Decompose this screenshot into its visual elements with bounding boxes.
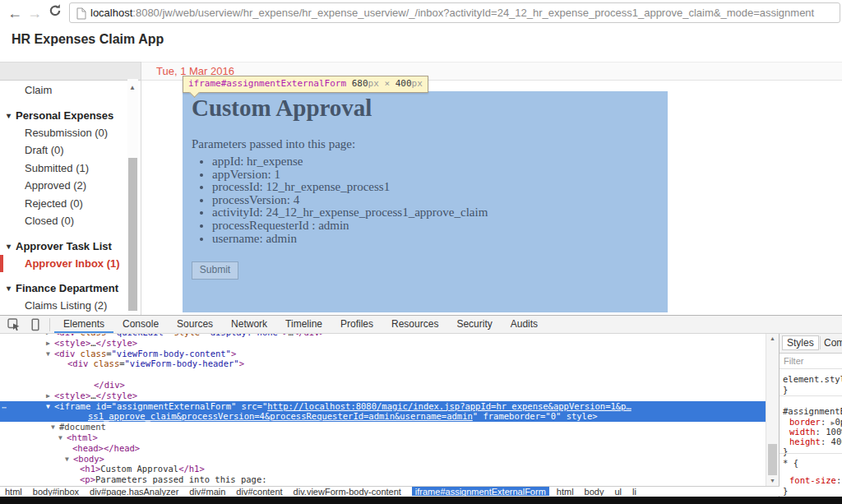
sidebar-item-rejected-0[interactable]: Rejected (0) bbox=[0, 195, 127, 213]
scroll-up-icon[interactable]: ▲ bbox=[770, 335, 775, 341]
css-rule-line[interactable]: } bbox=[783, 385, 788, 395]
dom-tree-node[interactable]: <h1>Custom Approval</h1> bbox=[0, 464, 766, 474]
node-overflow-menu-icon[interactable]: ⋯ bbox=[2, 403, 7, 412]
dom-tree-node[interactable]: <p>Parameters passed into this page: bbox=[0, 474, 766, 485]
reload-button[interactable] bbox=[45, 2, 65, 22]
sidebar-section-finance-department[interactable]: ▾Finance Department bbox=[0, 280, 127, 297]
dom-tree-node[interactable]: <div class="viewForm-body-header"> bbox=[0, 358, 766, 369]
breadcrumb-iframe-assignmentexternalform[interactable]: iframe#assignmentExternalForm bbox=[412, 487, 549, 497]
css-segment: : bbox=[821, 437, 831, 446]
url-bar[interactable]: localhost:8080/jw/web/userview/hr_expens… bbox=[69, 2, 840, 23]
breadcrumb-body-inbox[interactable]: body#inbox bbox=[33, 487, 79, 497]
dom-tree-node[interactable]: ▼#document bbox=[0, 422, 766, 432]
scroll-up-icon[interactable]: ▲ bbox=[129, 84, 136, 91]
devtools-tab-console[interactable]: Console bbox=[113, 316, 168, 333]
expand-arrow-icon: ▶ bbox=[46, 339, 54, 349]
sidebar-item-claim[interactable]: Claim bbox=[0, 81, 127, 99]
sidebar-scrollbar[interactable]: ▲ bbox=[127, 79, 138, 315]
expand-arrow-icon: ▼ bbox=[46, 349, 54, 359]
devtools-tab-sources[interactable]: Sources bbox=[168, 316, 222, 333]
sidebar-section-approver-task-list[interactable]: ▾Approver Task List bbox=[0, 238, 127, 255]
breadcrumb-html[interactable]: html bbox=[557, 487, 574, 497]
expand-arrow-icon: ▼ bbox=[46, 402, 54, 412]
dom-tree-node[interactable]: ▼<iframe id="assignmentExternalForm" src… bbox=[0, 401, 766, 412]
css-rule-line[interactable]: * { bbox=[783, 458, 798, 468]
back-button[interactable]: ← bbox=[5, 3, 25, 23]
dom-breadcrumbs: htmlbody#inboxdiv#page.hasAnalyzerdiv#ma… bbox=[0, 486, 780, 496]
tab-computed[interactable]: Compu bbox=[820, 336, 842, 349]
devtools-tab-elements[interactable]: Elements bbox=[54, 316, 113, 333]
sidebar-top-band bbox=[0, 62, 141, 81]
breadcrumb-div-page-hasanalyzer[interactable]: div#page.hasAnalyzer bbox=[90, 487, 178, 497]
tab-styles[interactable]: Styles bbox=[782, 335, 819, 350]
css-segment: : bbox=[816, 427, 826, 437]
elements-scroll-thumb[interactable] bbox=[768, 444, 777, 475]
elements-scrollbar[interactable]: ▲ ▼ bbox=[766, 333, 780, 486]
device-toolbar-button[interactable] bbox=[30, 318, 41, 335]
dom-tree-node[interactable]: ▶<style>…</style> bbox=[0, 391, 766, 401]
css-rule-line[interactable]: height: 400px bbox=[789, 437, 842, 446]
forward-button[interactable]: → bbox=[25, 3, 44, 23]
devtools-tab-resources[interactable]: Resources bbox=[382, 316, 447, 333]
breadcrumb-ul[interactable]: ul bbox=[614, 487, 622, 497]
sidebar-item-submitted-1[interactable]: Submitted (1) bbox=[0, 160, 127, 178]
breadcrumb-html[interactable]: html bbox=[5, 487, 22, 497]
code-segment: </style> bbox=[96, 391, 138, 400]
devtools-tab-network[interactable]: Network bbox=[222, 316, 276, 333]
sidebar-section-personal-expenses[interactable]: ▾Personal Expenses bbox=[0, 107, 127, 124]
css-rule-line[interactable]: font-size: bbox=[789, 475, 841, 485]
sidebar-item-approved-2[interactable]: Approved (2) bbox=[0, 177, 127, 195]
devtools-tab-timeline[interactable]: Timeline bbox=[276, 316, 331, 333]
breadcrumb-div-main[interactable]: div#main bbox=[189, 487, 225, 497]
devtools-tab-profiles[interactable]: Profiles bbox=[331, 316, 382, 333]
param-item: processRequesterId : admin bbox=[212, 220, 488, 233]
section-caret-icon: ▾ bbox=[7, 284, 11, 293]
expand-arrow-icon: ▶ bbox=[46, 391, 54, 401]
breadcrumb-div-content[interactable]: div#content bbox=[236, 487, 282, 497]
dom-tree-node[interactable]: ss1_approve_claim&processVersion=4&proce… bbox=[0, 411, 766, 422]
css-segment: } bbox=[783, 486, 788, 496]
panel-separator[interactable] bbox=[779, 333, 780, 497]
sidebar-item-closed-0[interactable]: Closed (0) bbox=[0, 212, 127, 230]
sidebar-item-approver-inbox-1[interactable]: Approver Inbox (1) bbox=[0, 255, 127, 273]
code-segment: <h1> bbox=[80, 464, 100, 474]
submit-button[interactable]: Submit bbox=[192, 261, 238, 280]
code-segment: style bbox=[567, 411, 593, 421]
tooltip-selector: iframe#assignmentExternalForm bbox=[188, 78, 346, 89]
dom-tree-node[interactable]: ▶<style>…</style> bbox=[0, 338, 766, 349]
device-phone-icon bbox=[30, 318, 41, 331]
css-rule-line[interactable]: } bbox=[783, 446, 788, 456]
section-caret-icon: ▾ bbox=[7, 242, 11, 251]
dom-tree-node[interactable]: ▼<body> bbox=[0, 454, 766, 465]
scroll-down-icon[interactable]: ▼ bbox=[770, 478, 775, 483]
breadcrumb-body[interactable]: body bbox=[585, 487, 604, 497]
css-segment: } bbox=[783, 385, 788, 395]
code-segment: <p> bbox=[80, 474, 95, 484]
sidebar-item-claims-listing-2[interactable]: Claims Listing (2) bbox=[0, 297, 127, 315]
css-rule-line[interactable]: border: ▶0px bbox=[789, 417, 842, 427]
breadcrumb-li[interactable]: li bbox=[632, 487, 636, 497]
dom-tree-node[interactable]: </div> bbox=[0, 380, 766, 391]
devtools-tab-security[interactable]: Security bbox=[447, 316, 501, 333]
dom-tree-node[interactable]: <head></head> bbox=[0, 443, 766, 454]
css-rule-line[interactable]: } bbox=[783, 486, 788, 496]
label: Finance Department bbox=[16, 282, 118, 294]
css-rule-line[interactable]: width: 100% bbox=[789, 427, 842, 437]
css-segment: 400px bbox=[831, 437, 842, 446]
breadcrumb-div-viewform-body-content[interactable]: div.viewForm-body-content bbox=[294, 487, 401, 497]
css-segment: width bbox=[789, 427, 816, 437]
dom-tree-node[interactable]: ▼<html> bbox=[0, 432, 766, 443]
css-rule-line[interactable]: #assignmentExternalForm { bbox=[783, 406, 842, 416]
dom-tree-node[interactable]: ▼<div class="viewForm-body-content"> bbox=[0, 349, 766, 359]
dom-tree-node[interactable] bbox=[0, 369, 766, 380]
css-segment: * { bbox=[783, 458, 798, 468]
assignment-iframe-highlight: Custom Approval Parameters passed into t… bbox=[183, 91, 668, 312]
devtools-tab-audits[interactable]: Audits bbox=[502, 316, 547, 333]
inspect-element-button[interactable] bbox=[7, 318, 21, 335]
css-rule-line[interactable]: element.style { bbox=[783, 374, 842, 384]
styles-filter-input[interactable]: Filter bbox=[784, 356, 803, 366]
sidebar-scroll-thumb[interactable] bbox=[128, 158, 137, 311]
sidebar-item-draft-0[interactable]: Draft (0) bbox=[0, 141, 127, 160]
rule-divider bbox=[780, 395, 842, 396]
sidebar-item-resubmission-0[interactable]: Resubmission (0) bbox=[0, 124, 127, 142]
